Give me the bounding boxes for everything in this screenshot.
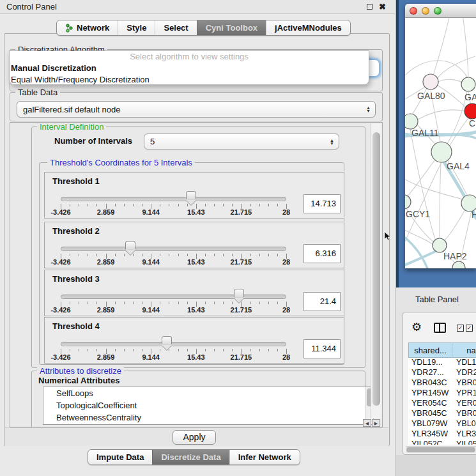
vertical-scrollbar-thumb[interactable] (372, 132, 380, 406)
table-panel: ⚙ ✓ ✓ shared... na YDL19...YDL19YDR27...… (403, 312, 476, 455)
threshold-value-field[interactable]: 11.344 (303, 339, 341, 358)
cell-name: YLR34 (452, 429, 476, 440)
slider-track[interactable] (61, 342, 286, 346)
table-row[interactable]: YBR043CYBR04 (408, 378, 476, 388)
algorithm-option[interactable]: Manual Discretization (10, 63, 369, 74)
table-row[interactable]: YBL079WYBL07 (408, 419, 476, 429)
table-row[interactable]: YPR145WYPR14 (408, 388, 476, 399)
control-panel-titlebar: Control Panel ✖ (0, 0, 395, 14)
scroll-right-button[interactable]: ▶ (372, 419, 380, 427)
slider-tick-labels: -3.4262.8599.14415.4321.71528 (61, 208, 286, 217)
table-row[interactable]: YIL052CYIL05 (408, 440, 476, 445)
network-node-GAL80[interactable] (423, 74, 438, 89)
tab-label: Infer Network (238, 452, 291, 462)
table-rows[interactable]: YDL19...YDL19YDR27...YDR27YBR043CYBR04YP… (408, 358, 476, 445)
interval-definition-group: Interval Definition Number of Intervals … (31, 127, 365, 368)
tab-network[interactable]: Network (57, 20, 118, 35)
cell-shared-name: YDL19... (408, 358, 452, 368)
slider-thumb[interactable] (125, 241, 135, 249)
network-node-top-right-node[interactable] (461, 77, 475, 91)
apply-button[interactable]: Apply (173, 430, 216, 445)
tab-style[interactable]: Style (118, 20, 155, 35)
column-header-name[interactable]: na (452, 342, 476, 358)
thresholds-group: Threshold's Coordinates for 5 Intervals … (39, 162, 344, 365)
slider-track[interactable] (61, 295, 286, 299)
tab-impute-data[interactable]: Impute Data (88, 450, 152, 464)
tab-cyni-toolbox[interactable]: Cyni Toolbox (197, 20, 266, 35)
slider-tick-labels: -3.4262.8599.14415.4321.71528 (61, 353, 286, 362)
network-node-label: HAP2 (443, 251, 467, 261)
minimize-traffic-light-icon[interactable] (422, 7, 429, 15)
table-row[interactable]: YER054CYER05 (408, 399, 476, 409)
network-node-HAP2[interactable] (433, 238, 447, 252)
cell-shared-name: YDR27... (408, 368, 452, 378)
cell-shared-name: YBR045C (408, 409, 452, 419)
network-node-label: GCY1 (406, 209, 430, 219)
tab-infer-network[interactable]: Infer Network (229, 450, 300, 464)
threshold-panel-4: Threshold 4-3.4262.8599.14415.4321.71528… (44, 317, 344, 364)
attributes-group: Attributes to discretize Numerical Attri… (31, 371, 365, 427)
slider-tick-labels: -3.4262.8599.14415.4321.71528 (61, 258, 286, 266)
zoom-traffic-light-icon[interactable] (434, 7, 441, 15)
network-node-label: GAL11 (411, 128, 439, 138)
attribute-list-item[interactable]: BetweennessCentrality (43, 411, 373, 424)
table-panel-titlebar: Table Panel (396, 288, 476, 311)
threshold-label: Threshold 1 (52, 176, 100, 186)
threshold-value-field[interactable]: 6.316 (303, 244, 341, 263)
cell-name: YER05 (452, 399, 476, 409)
num-intervals-combobox[interactable]: 5 ▲▼ (144, 134, 339, 150)
network-window-titlebar (405, 4, 476, 18)
attribute-list-item[interactable]: TopologicalCoefficient (43, 399, 373, 411)
table-row[interactable]: YBR045CYBR04 (408, 409, 476, 419)
tab-label: Discretize Data (161, 452, 220, 462)
network-node-red-node[interactable] (464, 104, 476, 119)
gear-icon[interactable]: ⚙ (411, 320, 422, 334)
network-canvas[interactable]: GAL80GACGAL11GAL4GCY1HHAP2 (405, 18, 476, 268)
close-traffic-light-icon[interactable] (410, 7, 417, 15)
network-node-label: GA (464, 92, 476, 102)
cell-name: YIL05 (452, 440, 476, 445)
network-node-GCY1[interactable] (405, 195, 411, 209)
num-intervals-value: 5 (150, 137, 155, 146)
slider-tick-labels: -3.4262.8599.14415.4321.71528 (61, 306, 286, 314)
checkbox-icon[interactable]: ✓ (457, 325, 464, 332)
float-window-icon[interactable] (367, 4, 372, 10)
cell-name: YBR04 (452, 409, 476, 419)
network-node-GAL4[interactable] (431, 142, 452, 162)
network-node-label: GAL4 (447, 161, 470, 171)
algorithm-dropdown-popup: Select algorithm to view settings Manual… (9, 50, 369, 85)
tab-label: Style (127, 23, 146, 33)
close-icon[interactable]: ✖ (379, 3, 386, 11)
threshold-panel-2: Threshold 2-3.4262.8599.14415.4321.71528… (44, 222, 344, 268)
vertical-scrollbar[interactable] (371, 123, 381, 418)
tab-label: Impute Data (96, 452, 144, 462)
algorithm-option[interactable]: Equal Width/Frequency Discretization (10, 74, 369, 85)
slider-track[interactable] (61, 197, 286, 201)
tab-select[interactable]: Select (155, 20, 196, 35)
column-header-shared[interactable]: shared... (408, 342, 452, 358)
slider-track[interactable] (61, 247, 286, 251)
table-row[interactable]: YDL19...YDL19 (408, 358, 476, 368)
tab-jactivemnodules[interactable]: jActiveMNodules (266, 20, 350, 35)
numerical-attributes-list[interactable]: SelfLoopsTopologicalCoefficientBetweenne… (43, 387, 374, 425)
control-panel-title: Control Panel (6, 2, 57, 12)
tab-discretize-data[interactable]: Discretize Data (152, 450, 229, 464)
scroll-left-button[interactable]: ◀ (363, 419, 371, 427)
table-data-combobox[interactable]: galFiltered.sif default node ▲▼ (17, 101, 376, 118)
table-row[interactable]: YDR27...YDR27 (408, 368, 476, 378)
horizontal-scrollbar[interactable] (406, 446, 476, 453)
checkbox-icon[interactable]: ✓ (466, 325, 473, 332)
threshold-value-field[interactable]: 21.4 (303, 292, 341, 311)
table-data-group-label: Table Data (15, 88, 60, 97)
threshold-value-field[interactable]: 14.713 (303, 194, 341, 213)
column-layout-icon[interactable] (434, 323, 446, 333)
attribute-list-item[interactable]: SelfLoops (43, 387, 373, 399)
cell-name: YDR27 (452, 368, 476, 378)
slider-thumb[interactable] (162, 336, 172, 344)
table-row[interactable]: YLR345WYLR34 (408, 429, 476, 440)
network-node-GAL11[interactable] (405, 114, 418, 129)
table-panel-title: Table Panel (415, 295, 459, 304)
mouse-cursor (385, 232, 391, 241)
slider-thumb[interactable] (186, 191, 196, 199)
slider-thumb[interactable] (234, 289, 244, 297)
